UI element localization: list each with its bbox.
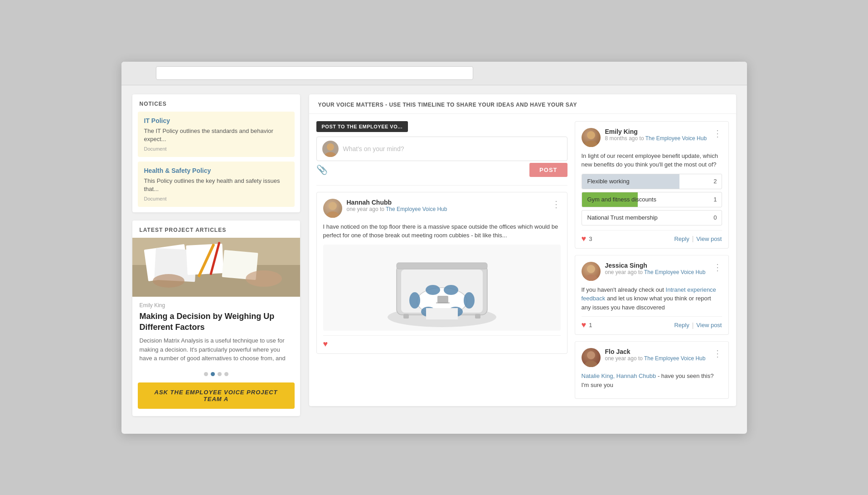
emily-post-actions: ♥ 3 Reply | View post	[582, 230, 722, 244]
article-excerpt: Decision Matrix Analysis is a useful tec…	[132, 336, 300, 368]
emily-more-icon[interactable]: ⋮	[713, 128, 722, 139]
left-panel: NOTICES IT Policy The IT Policy outlines…	[132, 94, 300, 425]
svg-point-12	[329, 202, 337, 210]
emily-avatar	[582, 128, 601, 147]
flo-more-icon[interactable]: ⋮	[713, 348, 722, 359]
poll-option-gym[interactable]: Gym and fitness discounts 1	[582, 192, 722, 207]
post-placeholder[interactable]: What's on your mind?	[343, 145, 562, 152]
poll-count-flexible: 2	[709, 178, 721, 185]
notice-item-health-safety[interactable]: Health & Safety Policy This Policy outli…	[138, 162, 295, 207]
jessica-post-text: If you haven't already check out Intrane…	[582, 285, 722, 312]
svg-point-36	[585, 361, 597, 367]
post-input-row: What's on your mind?	[316, 137, 567, 161]
hannah-author-info: Hannah Chubb one year ago to The Employe…	[347, 199, 547, 212]
emily-author-row: Emily King 8 months ago to The Employee …	[582, 128, 722, 147]
jessica-view-link[interactable]: View post	[696, 322, 722, 328]
voice-body: POST TO THE EMPLOYEE VO... What's on you…	[309, 114, 736, 407]
svg-point-18	[426, 285, 440, 295]
voice-card: YOUR VOICE MATTERS - USE THIS TIMELINE T…	[309, 94, 736, 407]
poll-option-national-trust[interactable]: National Trust membership 0	[582, 210, 722, 225]
emily-like-icon[interactable]: ♥	[582, 234, 587, 244]
ask-button[interactable]: Ask the Employee Voice Project Team a	[138, 382, 295, 409]
articles-title: LATEST PROJECT ARTICLES	[132, 221, 300, 238]
post-to-button[interactable]: POST TO THE EMPLOYEE VO...	[316, 121, 408, 132]
search-bar[interactable]	[156, 66, 473, 80]
flo-post: Flo Jack one year ago to The Employee Vo…	[575, 341, 729, 399]
svg-rect-29	[403, 314, 409, 319]
notice-it-policy-title: IT Policy	[144, 117, 288, 124]
dot-4[interactable]	[224, 372, 228, 376]
poll-label-gym: Gym and fitness discounts	[582, 196, 709, 203]
flo-post-text: Natalie King, Hannah Chubb - have you se…	[582, 372, 722, 389]
notice-it-policy-desc: The IT Policy outlines the standards and…	[144, 127, 288, 143]
jessica-name: Jessica Singh	[605, 262, 708, 269]
svg-rect-30	[475, 314, 480, 319]
emily-author-info: Emily King 8 months ago to The Employee …	[605, 128, 708, 142]
svg-point-8	[246, 270, 282, 287]
notice-hs-title: Health & Safety Policy	[144, 167, 288, 174]
hannah-post-text: I have noticed on the top floor there is…	[323, 222, 561, 240]
content-area: NOTICES IT Policy The IT Policy outlines…	[121, 85, 747, 434]
svg-point-11	[325, 152, 336, 157]
jessica-like-icon[interactable]: ♥	[582, 320, 587, 330]
hannah-like-icon[interactable]: ♥	[323, 339, 328, 349]
article-image	[132, 238, 300, 297]
hannah-author-row: Hannah Chubb one year ago to The Employe…	[323, 199, 561, 218]
jessica-avatar	[582, 262, 601, 281]
svg-point-9	[153, 274, 184, 288]
jessica-more-icon[interactable]: ⋮	[713, 262, 722, 273]
hannah-avatar	[323, 199, 342, 218]
article-title[interactable]: Making a Decision by Weighing Up Differe…	[132, 309, 300, 336]
flo-author-info: Flo Jack one year ago to The Employee Vo…	[605, 348, 708, 362]
post-button[interactable]: POST	[529, 163, 567, 177]
svg-point-19	[444, 285, 458, 295]
poll-label-flexible: Flexible working	[582, 178, 709, 185]
flo-name: Flo Jack	[605, 348, 708, 355]
svg-point-31	[587, 131, 595, 139]
svg-point-13	[326, 211, 339, 218]
emily-question: In light of our recent employee benefit …	[582, 152, 722, 169]
notice-item-it-policy[interactable]: IT Policy The IT Policy outlines the sta…	[138, 112, 295, 157]
notice-it-policy-type: Document	[144, 146, 288, 152]
poll-option-flexible[interactable]: Flexible working 2	[582, 174, 722, 189]
jessica-author-row: Jessica Singh one year ago to The Employ…	[582, 262, 722, 281]
svg-point-10	[327, 143, 334, 151]
user-avatar	[322, 141, 339, 157]
jessica-post: Jessica Singh one year ago to The Employ…	[575, 255, 729, 335]
emily-view-link[interactable]: View post	[696, 235, 722, 242]
hannah-post: Hannah Chubb one year ago to The Employe…	[316, 192, 567, 354]
post-bottom-row: 📎 POST	[316, 161, 567, 179]
emily-name: Emily King	[605, 128, 708, 135]
poll-count-national-trust: 0	[709, 214, 721, 221]
svg-rect-27	[437, 296, 448, 303]
notice-hs-desc: This Policy outlines the key health and …	[144, 177, 288, 193]
flo-meta: one year ago to The Employee Voice Hub	[605, 355, 708, 362]
attach-icon[interactable]: 📎	[316, 164, 328, 175]
post-area: POST TO THE EMPLOYEE VO... What's on you…	[316, 121, 567, 399]
mention-link[interactable]: Natalie King, Hannah Chubb	[582, 372, 656, 379]
hannah-meta: one year ago to The Employee Voice Hub	[347, 206, 547, 212]
emily-meta: 8 months ago to The Employee Voice Hub	[605, 135, 708, 142]
svg-rect-26	[397, 263, 487, 269]
emily-reply-link[interactable]: Reply	[674, 235, 689, 242]
compose-area: POST TO THE EMPLOYEE VO... What's on you…	[316, 121, 567, 179]
svg-point-33	[587, 265, 595, 273]
dot-1[interactable]	[204, 372, 208, 376]
voice-right: Emily King 8 months ago to The Employee …	[575, 121, 729, 399]
jessica-meta: one year ago to The Employee Voice Hub	[605, 269, 708, 275]
dot-3[interactable]	[218, 372, 222, 376]
main-panel: YOUR VOICE MATTERS - USE THIS TIMELINE T…	[309, 94, 736, 425]
jessica-reply-link[interactable]: Reply	[674, 322, 689, 328]
emily-like-count: 3	[589, 235, 592, 242]
notices-title: NOTICES	[132, 94, 300, 112]
hannah-post-actions: ♥	[323, 335, 561, 349]
more-options-icon[interactable]: ⋮	[552, 199, 561, 210]
articles-card: LATEST PROJECT ARTICLES	[132, 221, 300, 416]
notices-card: NOTICES IT Policy The IT Policy outlines…	[132, 94, 300, 213]
dot-2[interactable]	[211, 372, 215, 376]
poll-container: Flexible working 2 Gym and fitness disco…	[582, 174, 722, 225]
poll-count-gym: 1	[709, 196, 721, 203]
carousel-dots	[132, 368, 300, 382]
svg-point-35	[587, 351, 595, 359]
svg-rect-25	[426, 308, 458, 319]
